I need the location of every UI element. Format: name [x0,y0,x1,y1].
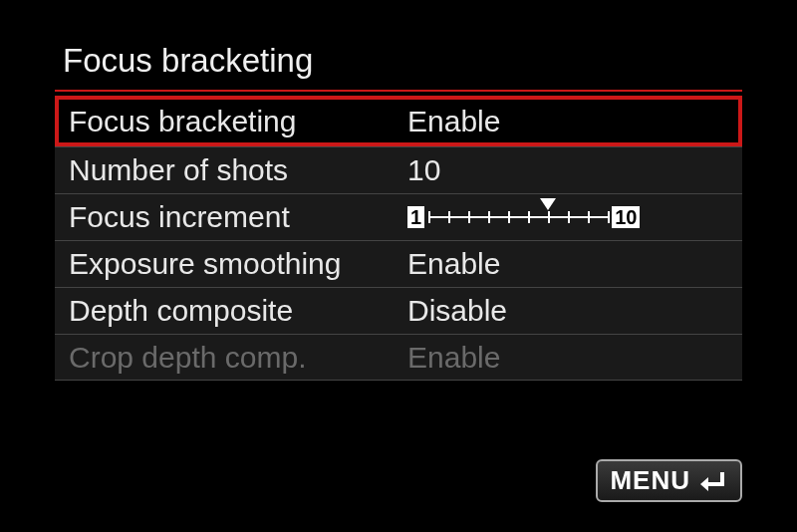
scale-min-label: 1 [407,206,424,228]
menu-item-value: 10 [407,153,440,187]
menu-item-focus-increment[interactable]: Focus increment 1 [55,193,742,240]
menu-item-label: Exposure smoothing [69,247,407,281]
menu-screen: Focus bracketing Focus bracketing Enable… [0,0,797,400]
focus-increment-scale: 1 10 [407,206,640,228]
scale-pointer-icon [540,198,556,210]
menu-item-label: Focus increment [69,200,407,234]
menu-item-number-of-shots[interactable]: Number of shots 10 [55,146,742,193]
menu-item-focus-bracketing[interactable]: Focus bracketing Enable [55,96,742,146]
menu-item-label: Crop depth comp. [69,341,407,375]
page-title: Focus bracketing [55,42,742,80]
menu-item-label: Number of shots [69,153,407,187]
menu-item-crop-depth-comp: Crop depth comp. Enable [55,334,742,381]
title-bar: Focus bracketing [55,42,742,92]
scale-track [428,206,608,228]
menu-item-label: Depth composite [69,294,407,328]
return-icon [698,469,728,493]
menu-button-label: MENU [610,465,690,496]
menu-item-value: Enable [407,341,500,375]
menu-item-value: Enable [407,247,500,281]
menu-back-button[interactable]: MENU [596,459,742,502]
menu-item-exposure-smoothing[interactable]: Exposure smoothing Enable [55,240,742,287]
menu-item-value: Disable [407,294,507,328]
menu-item-depth-composite[interactable]: Depth composite Disable [55,287,742,334]
menu-item-label: Focus bracketing [69,105,407,138]
scale-max-label: 10 [612,206,640,228]
menu-list: Focus bracketing Enable Number of shots … [55,96,742,381]
menu-item-value: Enable [407,105,500,138]
